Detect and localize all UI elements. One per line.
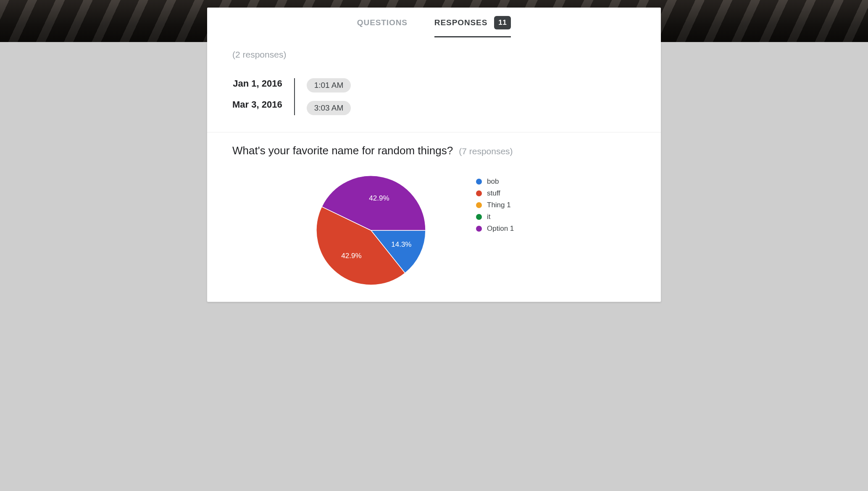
legend-label: stuff [487,189,500,198]
time-responses-count: (2 responses) [232,50,636,60]
section-question-chart: What's your favorite name for random thi… [207,132,661,302]
form-responses-card-wrap: QUESTIONS RESPONSES 11 (2 responses) Jan… [207,0,661,302]
tab-responses[interactable]: RESPONSES 11 [434,8,511,37]
legend-color-dot [476,202,482,208]
question-title-row: What's your favorite name for random thi… [232,144,636,157]
tab-questions[interactable]: QUESTIONS [357,8,408,37]
form-responses-card: QUESTIONS RESPONSES 11 (2 responses) Jan… [207,8,661,302]
legend-item[interactable]: Option 1 [476,224,514,233]
question-title: What's your favorite name for random thi… [232,144,453,157]
legend-color-dot [476,214,482,220]
section-time-responses: (2 responses) Jan 1, 2016 Mar 3, 2016 1:… [207,38,661,132]
legend-label: Thing 1 [487,201,511,209]
time-chip: 3:03 AM [307,101,351,115]
tabs: QUESTIONS RESPONSES 11 [207,8,661,38]
chart-wrap: 14.3%42.9%42.9% bobstuffThing 1itOption … [232,176,636,285]
legend-color-dot [476,179,482,185]
legend-item[interactable]: stuff [476,189,514,198]
time-date: Jan 1, 2016 [232,78,282,89]
time-dates: Jan 1, 2016 Mar 3, 2016 [232,78,295,115]
legend-label: bob [487,177,499,186]
time-chips: 1:01 AM 3:03 AM [295,78,351,115]
pie-chart: 14.3%42.9%42.9% [316,176,426,285]
legend-item[interactable]: bob [476,177,514,186]
time-responses-list: Jan 1, 2016 Mar 3, 2016 1:01 AM 3:03 AM [232,78,636,115]
chart-legend: bobstuffThing 1itOption 1 [476,177,514,285]
legend-color-dot [476,190,482,196]
tab-responses-label: RESPONSES [434,18,487,27]
legend-item[interactable]: it [476,213,514,221]
question-response-count: (7 responses) [459,146,513,156]
legend-label: it [487,213,491,221]
legend-color-dot [476,226,482,232]
time-date: Mar 3, 2016 [232,99,282,110]
responses-count-badge: 11 [494,16,511,29]
time-chip: 1:01 AM [307,78,351,92]
legend-label: Option 1 [487,224,514,233]
legend-item[interactable]: Thing 1 [476,201,514,209]
tab-questions-label: QUESTIONS [357,18,408,27]
